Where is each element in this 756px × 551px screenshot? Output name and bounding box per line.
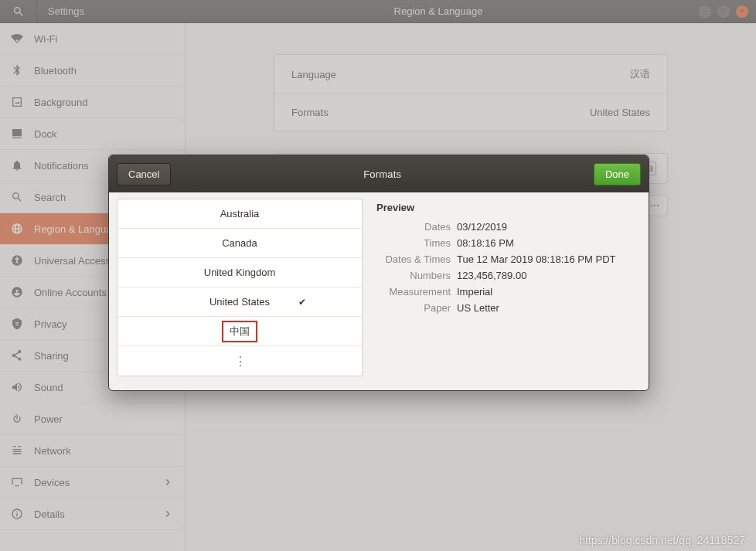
sidebar-item-label: Universal Access — [34, 255, 111, 267]
preview-label: Times — [376, 237, 457, 249]
row-label: Formats — [291, 107, 329, 118]
preview-row-paper: Paper US Letter — [376, 302, 641, 314]
online-accounts-icon — [11, 286, 23, 298]
sidebar-item-label: Dock — [34, 128, 57, 140]
format-item-label: Canada — [222, 237, 257, 249]
sidebar-item-label: Network — [34, 445, 71, 457]
search-icon — [12, 5, 25, 18]
format-item-label: Australia — [220, 208, 260, 219]
format-item-china[interactable]: 中国 — [117, 317, 362, 346]
sidebar-item-label: Sound — [34, 382, 63, 393]
preview-value: US Letter — [457, 302, 499, 314]
preview-row-measurement: Measurement Imperial — [376, 286, 641, 298]
search-icon — [11, 191, 23, 203]
bell-icon — [11, 159, 23, 172]
preview-row-dates: Dates 03/12/2019 — [376, 221, 641, 233]
wifi-icon — [11, 32, 23, 45]
close-button[interactable]: × — [736, 5, 748, 18]
cancel-button[interactable]: Cancel — [117, 163, 171, 185]
chevron-right-icon — [162, 508, 174, 520]
sidebar-item-label: Devices — [34, 477, 70, 488]
language-row[interactable]: Language 汉语 — [274, 55, 667, 94]
sidebar-item-devices[interactable]: Devices — [0, 467, 185, 498]
format-item-canada[interactable]: Canada — [117, 229, 362, 258]
format-item-label: United Kingdom — [204, 267, 276, 278]
dialog-title: Formats — [363, 168, 401, 180]
preview-label: Paper — [376, 302, 457, 314]
background-icon — [11, 96, 23, 108]
sharing-icon — [11, 349, 23, 362]
dock-icon — [11, 128, 23, 140]
network-icon — [11, 444, 23, 457]
sidebar-item-label: Online Accounts — [34, 287, 107, 298]
preview-label: Numbers — [376, 270, 457, 281]
sidebar-item-label: Power — [34, 413, 63, 425]
sidebar-item-wifi[interactable]: Wi-Fi — [0, 23, 185, 55]
sound-icon — [11, 381, 23, 393]
sidebar-item-label: Notifications — [34, 160, 89, 172]
dialog-header: Cancel Formats Done — [109, 155, 649, 192]
panel-title: Region & Language — [186, 5, 691, 17]
sidebar-item-power[interactable]: Power — [0, 403, 185, 435]
privacy-icon — [11, 318, 23, 330]
format-item-united-states[interactable]: United States ✔ — [117, 287, 362, 317]
sidebar-item-label: Sharing — [34, 350, 69, 362]
formats-row[interactable]: Formats United States — [274, 94, 667, 131]
globe-icon — [11, 223, 23, 235]
sidebar-item-dock[interactable]: Dock — [0, 118, 185, 150]
chevron-right-icon — [162, 476, 174, 488]
preview-value: 08:18:16 PM — [457, 237, 514, 249]
done-button[interactable]: Done — [594, 163, 641, 185]
formats-dialog: Cancel Formats Done Australia Canada Uni… — [108, 155, 649, 391]
sidebar-item-label: Background — [34, 97, 87, 108]
preview-label: Dates — [376, 221, 457, 233]
sidebar-item-label: Search — [34, 192, 66, 203]
row-value: United States — [590, 107, 650, 118]
preview-row-dates-times: Dates & Times Tue 12 Mar 2019 08:18:16 P… — [376, 253, 641, 265]
window-header: Settings Region & Language – □ × — [0, 0, 756, 23]
power-icon — [11, 413, 23, 425]
format-more-button[interactable]: ⋮ — [117, 346, 362, 376]
maximize-button[interactable]: □ — [717, 5, 730, 18]
sidebar-item-details[interactable]: Details — [0, 498, 185, 530]
sidebar-item-bluetooth[interactable]: Bluetooth — [0, 55, 185, 87]
sidebar-item-background[interactable]: Background — [0, 87, 185, 118]
preview-value: 03/12/2019 — [457, 221, 507, 233]
window-controls: – □ × — [691, 5, 756, 18]
sidebar-item-network[interactable]: Network — [0, 435, 185, 467]
bluetooth-icon — [11, 64, 23, 77]
app-title: Settings — [37, 5, 186, 17]
format-item-australia[interactable]: Australia — [117, 199, 362, 229]
watermark: https://blog.csdn.net/qq_24118527 — [579, 534, 745, 546]
format-item-label: 中国 — [222, 321, 257, 342]
preview-value: Imperial — [457, 286, 492, 298]
preview-row-numbers: Numbers 123,456,789.00 — [376, 270, 641, 281]
details-icon — [11, 508, 23, 520]
devices-icon — [11, 476, 23, 488]
row-value: 汉语 — [630, 67, 650, 81]
format-list: Australia Canada United Kingdom United S… — [117, 199, 363, 376]
preview-row-times: Times 08:18:16 PM — [376, 237, 641, 249]
preview-title: Preview — [376, 202, 641, 213]
preview-label: Dates & Times — [376, 253, 457, 265]
preview-panel: Preview Dates 03/12/2019 Times 08:18:16 … — [376, 199, 641, 376]
header-search-button[interactable] — [0, 0, 37, 22]
row-label: Language — [291, 69, 336, 80]
preview-label: Measurement — [376, 286, 457, 298]
more-icon: ⋮ — [234, 354, 246, 369]
accessibility-icon — [11, 254, 23, 267]
sidebar-item-label: Details — [34, 508, 65, 520]
preview-value: 123,456,789.00 — [457, 270, 526, 281]
language-formats-list: Language 汉语 Formats United States — [274, 54, 668, 131]
sidebar-item-label: Privacy — [34, 318, 67, 330]
format-item-label: United States — [209, 296, 270, 308]
check-icon: ✔ — [298, 297, 306, 308]
format-item-united-kingdom[interactable]: United Kingdom — [117, 258, 362, 287]
minimize-button[interactable]: – — [699, 5, 711, 18]
sidebar-item-label: Bluetooth — [34, 65, 77, 77]
preview-value: Tue 12 Mar 2019 08:18:16 PM PDT — [457, 253, 615, 265]
sidebar-item-label: Wi-Fi — [34, 33, 57, 45]
